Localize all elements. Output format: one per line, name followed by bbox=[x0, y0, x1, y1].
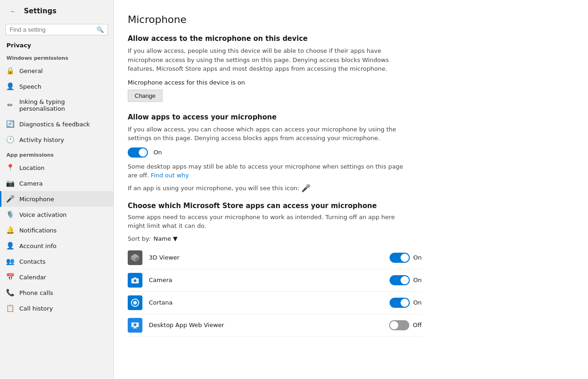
desktop-note: Some desktop apps may still be able to a… bbox=[128, 162, 403, 180]
app-row-3dviewer: 3D Viewer On bbox=[128, 247, 422, 269]
sidebar-item-microphone[interactable]: 🎤 Microphone bbox=[0, 191, 113, 207]
app-icon-desktopweb bbox=[128, 318, 142, 333]
app-icon-cortana bbox=[128, 295, 142, 310]
allow-device-title: Allow access to the microphone on this d… bbox=[128, 34, 570, 43]
sidebar-item-label: Speech bbox=[19, 83, 41, 90]
sidebar-item-location[interactable]: 📍 Location bbox=[0, 160, 113, 175]
sort-value: Name bbox=[153, 235, 171, 242]
speech-icon: 👤 bbox=[6, 83, 14, 90]
app-toggle-camera[interactable] bbox=[390, 275, 410, 285]
voice-icon: 🎙️ bbox=[6, 211, 14, 218]
allow-device-section: Allow access to the microphone on this d… bbox=[128, 34, 570, 113]
search-icon: 🔍 bbox=[96, 26, 104, 33]
svg-point-12 bbox=[134, 323, 136, 326]
allow-apps-desc: If you allow access, you can choose whic… bbox=[128, 125, 403, 143]
windows-permissions-label: Windows permissions bbox=[0, 51, 113, 63]
sidebar-item-diagnostics[interactable]: 🔄 Diagnostics & feedback bbox=[0, 116, 113, 132]
app-toggle-area-cortana: On bbox=[390, 298, 422, 308]
microphone-icon: 🎤 bbox=[6, 195, 14, 203]
chevron-down-icon: ▼ bbox=[173, 235, 178, 242]
sidebar-item-label: Diagnostics & feedback bbox=[19, 121, 90, 128]
sidebar-item-label: Voice activation bbox=[19, 211, 67, 218]
allow-device-desc: If you allow access, people using this d… bbox=[128, 46, 403, 74]
change-button[interactable]: Change bbox=[128, 90, 163, 102]
app-toggle-label-camera: On bbox=[413, 277, 422, 283]
app-toggle-desktopweb[interactable] bbox=[389, 320, 409, 330]
allow-apps-section: Allow apps to access your microphone If … bbox=[128, 113, 570, 192]
svg-rect-6 bbox=[134, 277, 136, 279]
sort-dropdown[interactable]: Name ▼ bbox=[153, 235, 177, 242]
allow-apps-toggle-label: On bbox=[153, 149, 162, 156]
app-icon-3dviewer bbox=[128, 250, 142, 265]
app-toggle-area-3dviewer: On bbox=[390, 253, 422, 263]
page-title: Microphone bbox=[128, 14, 570, 25]
app-name-cortana: Cortana bbox=[149, 299, 383, 306]
svg-rect-11 bbox=[133, 328, 137, 328]
general-icon: 🔒 bbox=[6, 67, 14, 74]
app-name-3dviewer: 3D Viewer bbox=[149, 254, 383, 261]
search-box: 🔍 bbox=[6, 24, 108, 35]
find-out-why-link[interactable]: Find out why bbox=[151, 172, 189, 179]
sidebar-item-activity[interactable]: 🕐 Activity history bbox=[0, 132, 113, 147]
phone-icon: 📞 bbox=[6, 289, 14, 296]
app-toggle-label-desktopweb: Off bbox=[413, 322, 422, 328]
sidebar-item-label: Call history bbox=[19, 305, 53, 312]
sort-label: Sort by: bbox=[128, 235, 151, 242]
sidebar-item-speech[interactable]: 👤 Speech bbox=[0, 79, 113, 94]
svg-point-8 bbox=[133, 301, 137, 305]
app-icon-camera bbox=[128, 273, 142, 288]
sort-row: Sort by: Name ▼ bbox=[128, 235, 570, 242]
sidebar-item-inking[interactable]: ✏️ Inking & typing personalisation bbox=[0, 94, 113, 116]
svg-rect-10 bbox=[134, 327, 136, 328]
sidebar-item-label: Inking & typing personalisation bbox=[19, 98, 107, 112]
sidebar-item-label: Calendar bbox=[19, 274, 46, 281]
camera-icon: 📷 bbox=[6, 180, 14, 187]
calendar-icon: 📅 bbox=[6, 273, 14, 281]
sidebar: ← Settings 🔍 Privacy Windows permissions… bbox=[0, 0, 114, 379]
notifications-icon: 🔔 bbox=[6, 226, 14, 234]
sidebar-item-callhistory[interactable]: 📋 Call history bbox=[0, 300, 113, 316]
sidebar-item-label: Phone calls bbox=[19, 289, 53, 296]
main-content: Microphone Allow access to the microphon… bbox=[114, 0, 588, 379]
sidebar-item-label: Location bbox=[19, 164, 45, 171]
sidebar-item-account[interactable]: 👤 Account info bbox=[0, 238, 113, 254]
allow-apps-title: Allow apps to access your microphone bbox=[128, 113, 570, 121]
sidebar-item-notifications[interactable]: 🔔 Notifications bbox=[0, 222, 113, 238]
search-input[interactable] bbox=[10, 26, 94, 33]
sidebar-item-label: Camera bbox=[19, 180, 43, 187]
app-row-camera: Camera On bbox=[128, 269, 422, 292]
sidebar-item-calendar[interactable]: 📅 Calendar bbox=[0, 269, 113, 285]
privacy-label: Privacy bbox=[0, 39, 113, 51]
device-status-text: Microphone access for this device is on bbox=[128, 79, 570, 86]
microphone-use-icon: 🎤 bbox=[301, 184, 311, 192]
app-permissions-label: App permissions bbox=[0, 147, 113, 160]
sidebar-item-label: General bbox=[19, 68, 43, 74]
app-toggle-3dviewer[interactable] bbox=[390, 253, 410, 263]
sidebar-item-voice[interactable]: 🎙️ Voice activation bbox=[0, 207, 113, 222]
back-button[interactable]: ← bbox=[6, 5, 19, 17]
app-name-desktopweb: Desktop App Web Viewer bbox=[149, 322, 383, 328]
app-name-camera: Camera bbox=[149, 277, 383, 283]
inking-icon: ✏️ bbox=[6, 102, 14, 109]
svg-point-5 bbox=[134, 279, 137, 282]
account-icon: 👤 bbox=[6, 242, 14, 249]
sidebar-title: Settings bbox=[24, 7, 57, 15]
app-row-cortana: Cortana On bbox=[128, 292, 422, 314]
choose-apps-title: Choose which Microsoft Store apps can ac… bbox=[128, 202, 570, 210]
app-toggle-area-desktopweb: Off bbox=[389, 320, 422, 330]
sidebar-item-general[interactable]: 🔒 General bbox=[0, 63, 113, 79]
activity-icon: 🕐 bbox=[6, 136, 14, 143]
sidebar-item-contacts[interactable]: 👥 Contacts bbox=[0, 254, 113, 269]
choose-apps-section: Choose which Microsoft Store apps can ac… bbox=[128, 202, 570, 337]
diagnostics-icon: 🔄 bbox=[6, 120, 14, 128]
sidebar-item-label: Activity history bbox=[19, 136, 64, 143]
sidebar-item-label: Notifications bbox=[19, 227, 57, 234]
mic-icon-note: If an app is using your microphone, you … bbox=[128, 184, 570, 192]
app-toggle-label-cortana: On bbox=[413, 299, 422, 306]
app-toggle-cortana[interactable] bbox=[390, 298, 410, 308]
sidebar-item-camera[interactable]: 📷 Camera bbox=[0, 175, 113, 191]
callhistory-icon: 📋 bbox=[6, 305, 14, 312]
sidebar-item-phone[interactable]: 📞 Phone calls bbox=[0, 285, 113, 300]
allow-apps-toggle[interactable] bbox=[128, 147, 148, 158]
contacts-icon: 👥 bbox=[6, 258, 14, 265]
